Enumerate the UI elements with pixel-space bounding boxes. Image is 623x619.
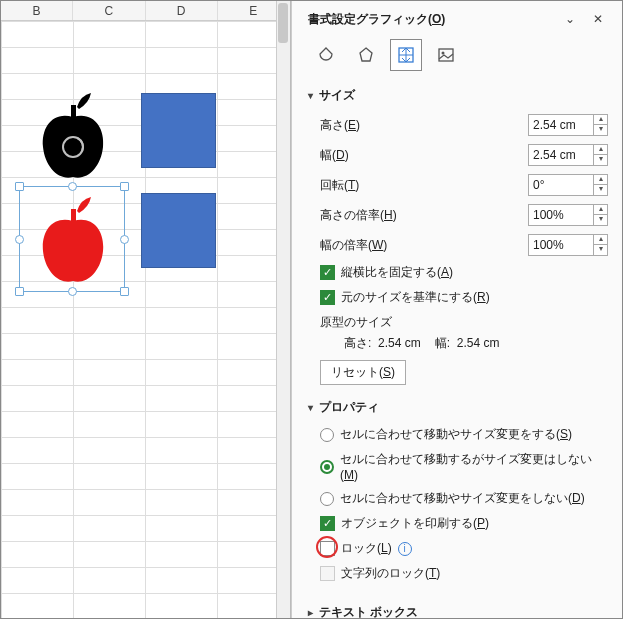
tab-size-properties[interactable] <box>390 39 422 71</box>
svg-marker-3 <box>360 48 372 61</box>
rotation-label: 回転(T) <box>320 177 528 194</box>
relative-original-checkbox[interactable] <box>320 290 335 305</box>
original-size-label: 原型のサイズ <box>320 314 608 331</box>
tab-effects[interactable] <box>350 39 382 71</box>
height-label: 高さ(E) <box>320 117 528 134</box>
scale-height-input[interactable]: ▴▾ <box>528 204 608 226</box>
panel-title: 書式設定グラフィック(O) <box>308 11 552 28</box>
col-d[interactable]: D <box>146 1 218 20</box>
scale-height-label: 高さの倍率(H) <box>320 207 528 224</box>
scale-width-input[interactable]: ▴▾ <box>528 234 608 256</box>
size-header[interactable]: ▾サイズ <box>308 87 608 104</box>
width-input[interactable]: ▴▾ <box>528 144 608 166</box>
lock-text-label: 文字列のロック(T) <box>341 565 440 582</box>
relative-original-label: 元のサイズを基準にする(R) <box>341 289 490 306</box>
col-b[interactable]: B <box>1 1 73 20</box>
height-input[interactable]: ▴▾ <box>528 114 608 136</box>
dont-move-label: セルに合わせて移動やサイズ変更をしない(D) <box>340 490 585 507</box>
move-size-with-cells-radio[interactable] <box>320 428 334 442</box>
lock-aspect-label: 縦横比を固定する(A) <box>341 264 453 281</box>
move-no-size-label: セルに合わせて移動するがサイズ変更はしない(M) <box>340 451 608 482</box>
move-size-with-cells-label: セルに合わせて移動やサイズ変更をする(S) <box>340 426 572 443</box>
lock-text-checkbox <box>320 566 335 581</box>
width-label: 幅(D) <box>320 147 528 164</box>
format-graphic-panel: 書式設定グラフィック(O) ⌄ ✕ ▾サイズ 高さ(E)▴▾ 幅(D)▴▾ 回転… <box>291 1 622 618</box>
close-icon[interactable]: ✕ <box>588 9 608 29</box>
grid[interactable] <box>1 21 290 618</box>
textbox-header[interactable]: ▸テキスト ボックス <box>308 604 608 618</box>
rotation-input[interactable]: ▴▾ <box>528 174 608 196</box>
properties-header[interactable]: ▾プロパティ <box>308 399 608 416</box>
apple-black[interactable] <box>33 89 113 184</box>
section-properties: ▾プロパティ セルに合わせて移動やサイズ変更をする(S) セルに合わせて移動する… <box>308 399 608 590</box>
lock-aspect-checkbox[interactable] <box>320 265 335 280</box>
lock-info-icon[interactable]: i <box>398 542 412 556</box>
lock-label: ロック(L) <box>341 540 392 557</box>
spreadsheet-area: B C D E <box>1 1 291 618</box>
panel-tabs <box>308 39 608 71</box>
scale-width-label: 幅の倍率(W) <box>320 237 528 254</box>
dont-move-radio[interactable] <box>320 492 334 506</box>
print-object-label: オブジェクトを印刷する(P) <box>341 515 489 532</box>
move-no-size-radio[interactable] <box>320 460 334 474</box>
section-size: ▾サイズ 高さ(E)▴▾ 幅(D)▴▾ 回転(T)▴▾ 高さの倍率(H)▴▾ 幅… <box>308 87 608 385</box>
lock-checkbox[interactable] <box>320 541 335 556</box>
collapse-icon[interactable]: ⌄ <box>560 9 580 29</box>
svg-point-6 <box>442 52 445 55</box>
print-object-checkbox[interactable] <box>320 516 335 531</box>
tab-fill[interactable] <box>310 39 342 71</box>
reset-button[interactable]: リセット(S) <box>320 360 406 385</box>
selection-box[interactable] <box>19 186 125 292</box>
section-textbox: ▸テキスト ボックス <box>308 604 608 618</box>
blue-square-1[interactable] <box>141 93 216 168</box>
vertical-scrollbar[interactable] <box>276 1 290 618</box>
column-headers: B C D E <box>1 1 290 21</box>
col-c[interactable]: C <box>73 1 145 20</box>
tab-picture[interactable] <box>430 39 462 71</box>
blue-square-2[interactable] <box>141 193 216 268</box>
